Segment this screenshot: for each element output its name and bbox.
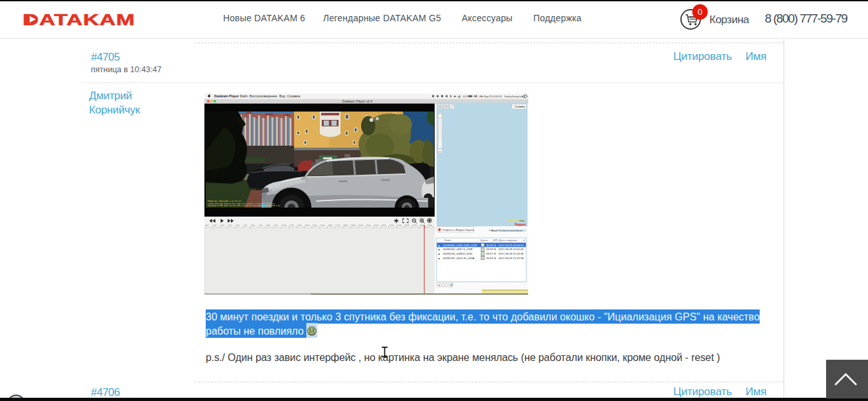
svg-text:23:00: 23:00 bbox=[382, 224, 386, 227]
svg-text:13:00: 13:00 bbox=[305, 224, 310, 227]
svg-text:12:00: 12:00 bbox=[297, 224, 302, 227]
svg-text:↺: ↺ bbox=[449, 283, 452, 287]
svg-text:00291133_0189-8_0230: 00291133_0189-8_0230 bbox=[443, 252, 473, 255]
svg-text:27:00: 27:00 bbox=[412, 224, 417, 227]
svg-text:Файл: Файл bbox=[444, 239, 451, 242]
svg-text:FR056-GB 1366x2088 4:3 D/V-07: FR056-GB 1366x2088 4:3 D/V-07 bbox=[208, 200, 241, 202]
svg-text:DATAKAM G PRO 05/6 29.09.2017: DATAKAM G PRO 05/6 29.09.2017 10:59:01 N… bbox=[208, 204, 280, 207]
svg-text:4:00: 4:00 bbox=[236, 224, 240, 227]
svg-text:2017-09-29 09:50:53: 2017-09-29 09:50:53 bbox=[498, 244, 524, 247]
svg-text:00291051_0187-6_0198: 00291051_0187-6_0198 bbox=[443, 248, 473, 251]
svg-text:2:00: 2:00 bbox=[221, 224, 224, 227]
svg-text:▼: ▼ bbox=[524, 106, 526, 108]
svg-text:16:55: 16:55 bbox=[486, 257, 493, 260]
svg-text:29:00: 29:00 bbox=[428, 224, 432, 227]
svg-text:25:00: 25:00 bbox=[397, 224, 402, 227]
svg-text:Datakam Player v2.4: Datakam Player v2.4 bbox=[342, 99, 373, 103]
svg-text:N: N bbox=[494, 257, 496, 260]
svg-text:© Rusel: © Rusel bbox=[489, 230, 497, 232]
svg-text:26:00: 26:00 bbox=[404, 224, 409, 227]
svg-text:◂❚: ◂❚ bbox=[457, 95, 460, 98]
svg-text:30:58: 30:58 bbox=[486, 244, 493, 247]
svg-text:16:00: 16:00 bbox=[328, 224, 332, 227]
svg-text:5:00: 5:00 bbox=[244, 224, 248, 227]
svg-text:Схема: Схема bbox=[515, 105, 524, 108]
svg-text:Воспроизведение: Воспроизведение bbox=[250, 94, 277, 98]
svg-text:Dmitriy Korniychuk: Dmitriy Korniychuk bbox=[504, 95, 523, 98]
svg-text:18:00: 18:00 bbox=[343, 224, 348, 227]
svg-text:+: + bbox=[438, 283, 440, 287]
svg-text:17:00: 17:00 bbox=[335, 224, 340, 227]
svg-text:7:00: 7:00 bbox=[259, 224, 262, 227]
svg-text:3:00: 3:00 bbox=[228, 224, 232, 227]
svg-text:Справка: Справка bbox=[287, 94, 300, 98]
svg-text:Fri Sep 29 14:53:25: Fri Sep 29 14:53:25 bbox=[480, 95, 502, 98]
svg-text:6:00: 6:00 bbox=[251, 224, 255, 227]
svg-text:11:00: 11:00 bbox=[290, 224, 294, 227]
svg-text:+: + bbox=[439, 150, 442, 153]
svg-text:9:00: 9:00 bbox=[274, 224, 278, 227]
svg-text:GPS: GPS bbox=[493, 239, 498, 242]
svg-text:Открыть в Яндекс.Картах: Открыть в Яндекс.Картах bbox=[442, 228, 475, 231]
svg-text:14:00: 14:00 bbox=[313, 224, 317, 227]
svg-text:8:00: 8:00 bbox=[266, 224, 270, 227]
svg-text:N: N bbox=[494, 244, 496, 247]
svg-text:22:00: 22:00 bbox=[374, 224, 379, 227]
svg-text:09:57: 09:57 bbox=[486, 252, 493, 255]
svg-text:U.S.: U.S. bbox=[478, 95, 483, 98]
svg-text:20:00: 20:00 bbox=[359, 224, 363, 227]
svg-text:2017-09-29 12:37:58: 2017-09-29 12:37:58 bbox=[498, 257, 524, 260]
svg-text:00290930_0180-1089_0138: 00290930_0180-1089_0138 bbox=[443, 244, 477, 247]
svg-text:19:00: 19:00 bbox=[351, 224, 355, 227]
svg-text:Файл: Файл bbox=[240, 94, 248, 98]
svg-text:≡: ≡ bbox=[528, 94, 528, 98]
svg-text:1:00: 1:00 bbox=[213, 224, 217, 227]
svg-text:N: N bbox=[494, 248, 496, 251]
svg-text:−: − bbox=[444, 283, 446, 287]
svg-text:Условия использования: Условия использования bbox=[498, 230, 523, 232]
svg-text:09:59: 09:59 bbox=[486, 248, 493, 251]
svg-text:10:00: 10:00 bbox=[282, 224, 286, 227]
svg-text:N: N bbox=[494, 252, 496, 255]
svg-text:21:00: 21:00 bbox=[366, 224, 371, 227]
svg-text:100%: 100% bbox=[462, 95, 469, 98]
svg-text:15:00: 15:00 bbox=[321, 224, 325, 227]
svg-text:2017-09-29 11:33:28: 2017-09-29 11:33:28 bbox=[498, 252, 524, 255]
svg-text:Дата создания: Дата создания bbox=[499, 239, 517, 242]
svg-text:Яндекс: Яндекс bbox=[515, 222, 526, 226]
svg-text:2017-09-29 10:51:05: 2017-09-29 10:51:05 bbox=[498, 248, 524, 251]
svg-text:0: 0 bbox=[698, 7, 703, 17]
svg-text:0:00: 0:00 bbox=[205, 224, 209, 227]
svg-text:00291237_0201-52_020A: 00291237_0201-52_020A bbox=[443, 257, 475, 260]
svg-text:Длите...: Длите... bbox=[480, 239, 490, 242]
svg-text:24:00: 24:00 bbox=[390, 224, 394, 227]
svg-text:Вид: Вид bbox=[279, 94, 285, 98]
svg-text:Datakam Player: Datakam Player bbox=[214, 94, 239, 98]
